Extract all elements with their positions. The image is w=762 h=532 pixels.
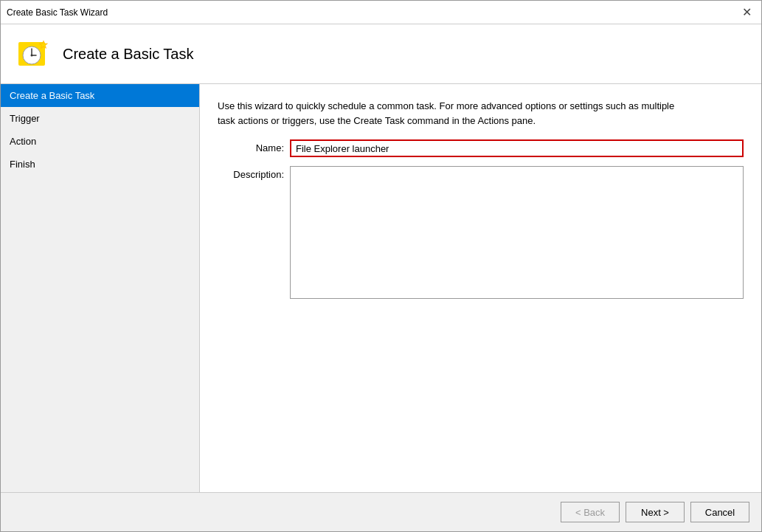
sidebar-item-action[interactable]: Action [1,130,199,153]
main-content: Use this wizard to quickly schedule a co… [199,84,761,492]
next-button[interactable]: Next > [626,502,685,522]
name-row: Name: [218,139,744,157]
task-icon [15,36,51,72]
name-input[interactable] [290,139,744,157]
task-icon-svg [15,36,51,72]
description-row: Description: [218,166,744,299]
sidebar-item-finish[interactable]: Finish [1,153,199,176]
content-area: Create a Basic Task Trigger Action Finis… [1,84,761,492]
sidebar-item-trigger[interactable]: Trigger [1,107,199,130]
footer: < Back Next > Cancel [1,492,761,531]
form-section: Name: Description: [218,139,744,299]
sidebar: Create a Basic Task Trigger Action Finis… [1,84,199,492]
back-button[interactable]: < Back [561,502,620,522]
title-bar: Create Basic Task Wizard ✕ [1,1,761,24]
header-area: Create a Basic Task [1,24,761,84]
name-label: Name: [218,139,284,153]
header-title: Create a Basic Task [63,46,194,63]
description-label: Description: [218,166,284,180]
close-button[interactable]: ✕ [738,4,755,21]
description-input[interactable] [290,166,744,299]
cancel-button[interactable]: Cancel [690,502,749,522]
intro-description: Use this wizard to quickly schedule a co… [218,99,675,128]
sidebar-item-create-basic-task[interactable]: Create a Basic Task [1,84,199,107]
dialog-window: Create Basic Task Wizard ✕ Create a Basi… [0,0,762,532]
window-title: Create Basic Task Wizard [7,7,108,18]
